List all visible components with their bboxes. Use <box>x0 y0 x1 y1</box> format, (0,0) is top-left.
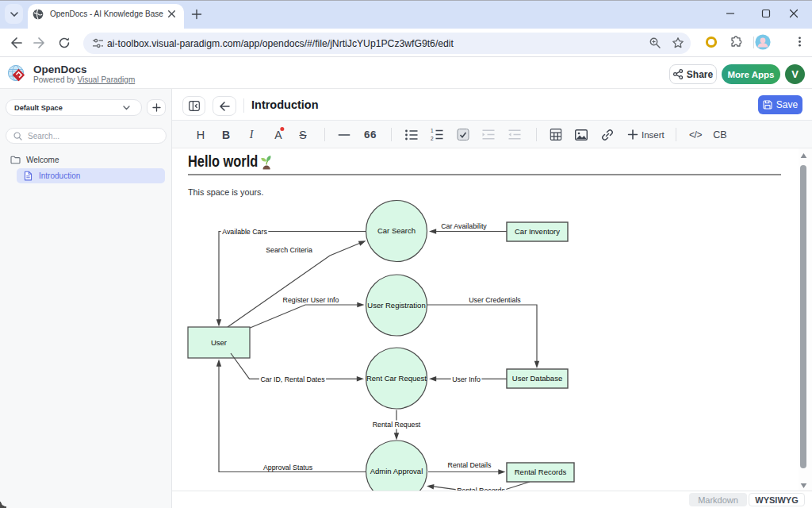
svg-text:Car ID, Rental Dates: Car ID, Rental Dates <box>260 375 325 383</box>
svg-text:User Registration: User Registration <box>367 301 425 310</box>
svg-text:Search Criteria: Search Criteria <box>266 246 312 254</box>
svg-text:User Database: User Database <box>512 374 562 383</box>
svg-text:Car Availability: Car Availability <box>441 222 487 230</box>
svg-text:Admin Approval: Admin Approval <box>370 467 423 475</box>
svg-text:2: 2 <box>431 136 434 141</box>
svg-text:Available Cars: Available Cars <box>222 228 267 236</box>
svg-text:Car Inventory: Car Inventory <box>515 227 560 236</box>
svg-text:Rental Records: Rental Records <box>515 468 567 476</box>
svg-text:Approval Status: Approval Status <box>263 464 313 471</box>
svg-text:Rent Car Request: Rent Car Request <box>366 374 427 383</box>
svg-text:1: 1 <box>431 129 434 133</box>
svg-text:Rental Details: Rental Details <box>448 461 492 469</box>
svg-text:User Credentials: User Credentials <box>469 296 521 304</box>
svg-text:User Info: User Info <box>452 375 481 383</box>
svg-text:Rental Request: Rental Request <box>373 421 421 429</box>
svg-text:User: User <box>211 338 227 347</box>
svg-text:Car Search: Car Search <box>377 226 416 235</box>
svg-text:Register User Info: Register User Info <box>283 296 339 304</box>
